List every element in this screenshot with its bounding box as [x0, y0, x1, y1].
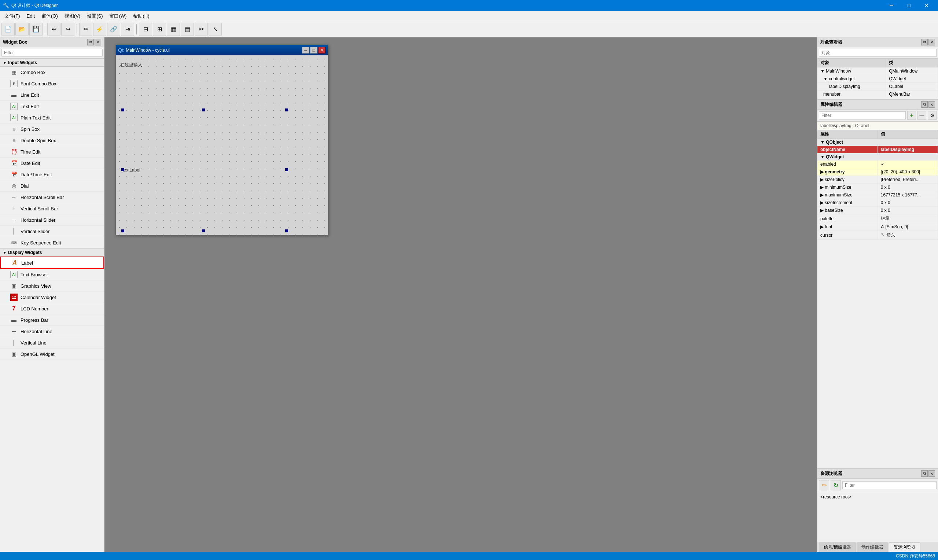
remove-property-btn[interactable]: ─: [918, 111, 926, 120]
designer-close-btn[interactable]: ✕: [318, 47, 326, 54]
prop-row-cursor[interactable]: cursor ↖ 箭头: [817, 231, 938, 240]
prop-row-enabled[interactable]: enabled ✓: [817, 160, 938, 168]
category-input-widgets[interactable]: ▼ Input Widgets: [0, 58, 104, 67]
widget-box-close-btn[interactable]: ✕: [95, 39, 101, 45]
widget-filter-input[interactable]: [2, 49, 103, 57]
widget-item-text-browser[interactable]: AI Text Browser: [0, 269, 104, 280]
widget-item-vline[interactable]: │ Vertical Line: [0, 337, 104, 349]
property-editor-float-btn[interactable]: ⧉: [921, 101, 928, 108]
signal-slot-button[interactable]: ⚡: [93, 23, 106, 36]
widget-item-hline[interactable]: ─ Horizontal Line: [0, 326, 104, 337]
widget-item-spin-box[interactable]: ⊞ Spin Box: [0, 123, 104, 135]
menu-form[interactable]: 窗体(O): [38, 11, 61, 21]
widget-item-plain-text-edit[interactable]: AI Plain Text Edit: [0, 112, 104, 123]
prop-sizepolicy-name: ▶ sizePolicy: [817, 176, 878, 184]
object-inspector-filter-input[interactable]: [819, 49, 936, 57]
resource-browser-title: 资源浏览器: [820, 471, 842, 477]
widget-item-hscroll[interactable]: ↔ Horizontal Scroll Bar: [0, 192, 104, 203]
maximize-button[interactable]: □: [901, 0, 918, 11]
prop-row-sizepolicy[interactable]: ▶ sizePolicy [Preferred, Preferr...: [817, 176, 938, 184]
layout-grid-button[interactable]: ▦: [167, 23, 180, 36]
resource-refresh-btn[interactable]: ↻: [830, 480, 841, 490]
redo-button[interactable]: ↪: [61, 23, 74, 36]
resource-root-item[interactable]: <resource root>: [819, 494, 936, 500]
toolbar: 📄 📂 💾 ↩ ↪ ✏ ⚡ 🔗 ⇥ ⊟ ⊞ ▦ ▤ ✂ ⤡: [0, 21, 938, 37]
configure-property-btn[interactable]: ⚙: [928, 111, 936, 120]
widget-item-opengl[interactable]: ▣ OpenGL Widget: [0, 349, 104, 360]
add-property-btn[interactable]: +: [907, 111, 916, 120]
widget-item-key-sequence-edit[interactable]: ⌨ Key Sequence Edit: [0, 237, 104, 248]
prop-geometry-value: [(20, 20), 400 x 300]: [878, 168, 938, 176]
object-row-mainwindow[interactable]: ▼ MainWindow QMainWindow: [817, 68, 938, 75]
close-button[interactable]: ✕: [918, 0, 935, 11]
menu-file[interactable]: 文件(F): [2, 11, 23, 21]
prop-row-geometry[interactable]: ▶ geometry [(20, 20), 400 x 300]: [817, 168, 938, 176]
tab-signal-slot[interactable]: 信号/槽编辑器: [819, 542, 856, 552]
widget-item-double-spin-box[interactable]: ⊞ Double Spin Box: [0, 135, 104, 146]
resource-filter-input[interactable]: [842, 481, 936, 489]
property-editor-close-btn[interactable]: ✕: [929, 101, 935, 108]
widget-item-graphics-view[interactable]: ▣ Graphics View: [0, 280, 104, 292]
designer-minimize-btn[interactable]: ─: [302, 47, 309, 54]
widget-item-date-edit[interactable]: 📅 Date Edit: [0, 158, 104, 169]
layout-form-button[interactable]: ▤: [181, 23, 194, 36]
menu-help[interactable]: 帮助(H): [130, 11, 152, 21]
widget-item-text-edit[interactable]: AI Text Edit: [0, 101, 104, 112]
prop-sizepolicy-arrow: ▶: [820, 177, 825, 182]
prop-row-minimumsize[interactable]: ▶ minimumSize 0 x 0: [817, 184, 938, 191]
widget-item-hslider[interactable]: ─ Horizontal Slider: [0, 214, 104, 226]
widget-item-calendar[interactable]: 12 Calendar Widget: [0, 292, 104, 303]
widget-item-vslider[interactable]: │ Vertical Slider: [0, 226, 104, 237]
widget-item-line-edit[interactable]: ▬ Line Edit: [0, 89, 104, 101]
widget-item-lcd-number[interactable]: 7 LCD Number: [0, 303, 104, 314]
widget-item-combo-box[interactable]: ▦ Combo Box: [0, 67, 104, 78]
category-display-widgets[interactable]: ▼ Display Widgets: [0, 248, 104, 257]
designer-maximize-btn[interactable]: □: [310, 47, 317, 54]
minimize-button[interactable]: ─: [883, 0, 900, 11]
tab-action-editor[interactable]: 动作编辑器: [857, 542, 888, 552]
widget-item-progress-bar[interactable]: ▬ Progress Bar: [0, 314, 104, 326]
widget-item-label[interactable]: A Label: [0, 257, 104, 269]
widget-editor-button[interactable]: ✏: [79, 23, 92, 36]
object-inspector-close-btn[interactable]: ✕: [929, 39, 935, 45]
new-button[interactable]: 📄: [2, 23, 15, 36]
object-row-centralwidget[interactable]: ▼ centralwidget QWidget: [817, 75, 938, 83]
menu-settings[interactable]: 设置(S): [84, 11, 106, 21]
menu-view[interactable]: 视图(V): [62, 11, 83, 21]
widget-box-float-btn[interactable]: ⧉: [87, 39, 94, 45]
adjust-size-button[interactable]: ⤡: [209, 23, 222, 36]
widget-item-dial[interactable]: ◎ Dial: [0, 180, 104, 192]
resource-browser-float-btn[interactable]: ⧉: [921, 470, 928, 477]
resource-browser-close-btn[interactable]: ✕: [929, 470, 935, 477]
prop-row-sizeincrement[interactable]: ▶ sizeIncrement 0 x 0: [817, 199, 938, 207]
prop-row-font[interactable]: ▶ font A[SimSun, 9]: [817, 223, 938, 231]
widget-item-time-edit[interactable]: ⏰ Time Edit: [0, 146, 104, 158]
undo-button[interactable]: ↩: [47, 23, 60, 36]
designer-content[interactable]: 在这里输入 textLabel: [116, 55, 328, 235]
prop-row-basesize[interactable]: ▶ baseSize 0 x 0: [817, 207, 938, 214]
tab-order-button[interactable]: ⇥: [121, 23, 134, 36]
widget-item-datetime-edit[interactable]: 📅 Date/Time Edit: [0, 169, 104, 180]
widget-item-vscroll[interactable]: ↕ Vertical Scroll Bar: [0, 203, 104, 214]
property-col-header: 属性: [817, 130, 878, 139]
break-layout-button[interactable]: ✂: [195, 23, 208, 36]
save-button[interactable]: 💾: [29, 23, 43, 36]
property-filter-input[interactable]: [819, 111, 906, 120]
open-button[interactable]: 📂: [15, 23, 29, 36]
object-inspector-title: 对象查看器: [820, 39, 842, 45]
prop-row-palette[interactable]: palette 继承: [817, 214, 938, 223]
menu-window[interactable]: 窗口(W): [106, 11, 129, 21]
widget-item-font-combo-box[interactable]: F Font Combo Box: [0, 78, 104, 89]
layout-vbox-button[interactable]: ⊞: [153, 23, 166, 36]
object-row-labeldisplayimg[interactable]: labelDisplayImg QLabel: [817, 83, 938, 91]
prop-row-objectname[interactable]: objectName labelDisplayImg: [817, 146, 938, 154]
prop-row-maximumsize[interactable]: ▶ maximumSize 16777215 x 16777...: [817, 191, 938, 199]
layout-hbox-button[interactable]: ⊟: [139, 23, 152, 36]
resource-edit-btn[interactable]: ✏: [819, 480, 829, 490]
menu-bar: 文件(F) Edit 窗体(O) 视图(V) 设置(S) 窗口(W) 帮助(H): [0, 11, 938, 21]
menu-edit[interactable]: Edit: [24, 12, 38, 20]
object-row-menubar[interactable]: menubar QMenuBar: [817, 91, 938, 98]
object-inspector-float-btn[interactable]: ⧉: [921, 39, 928, 45]
tab-resource-browser[interactable]: 资源浏览器: [889, 542, 920, 552]
buddy-button[interactable]: 🔗: [107, 23, 120, 36]
